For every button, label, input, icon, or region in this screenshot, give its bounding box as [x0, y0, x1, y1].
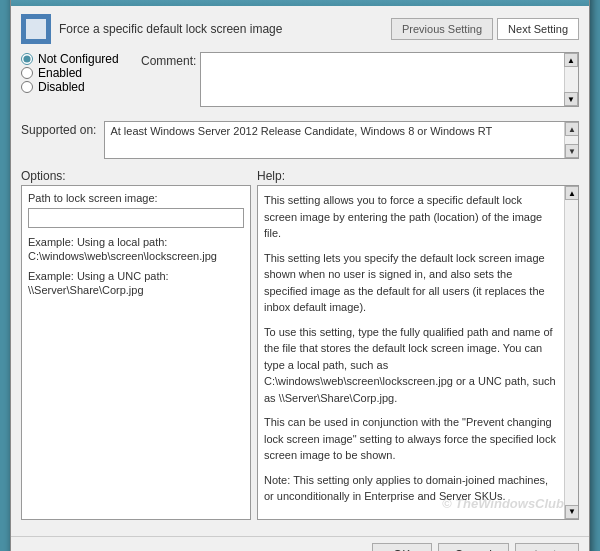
comment-scroll-down[interactable]: ▼	[564, 92, 578, 106]
sup-scroll-up[interactable]: ▲	[565, 122, 579, 136]
watermark: © TheWindowsClub	[442, 496, 564, 511]
disabled-radio[interactable]	[21, 81, 33, 93]
cancel-button[interactable]: Cancel	[438, 543, 509, 551]
not-configured-radio[interactable]	[21, 53, 33, 65]
dialog-footer: OK Cancel Apply	[11, 536, 589, 551]
supported-value: At least Windows Server 2012 Release Can…	[110, 125, 492, 137]
enabled-label: Enabled	[38, 66, 82, 80]
apply-button[interactable]: Apply	[515, 543, 579, 551]
path-label: Path to lock screen image:	[28, 192, 244, 204]
enabled-radio[interactable]	[21, 67, 33, 79]
help-scrollbar: ▲ ▼	[564, 186, 578, 519]
example2-value: \\Server\Share\Corp.jpg	[28, 284, 244, 296]
help-paragraph1: This setting allows you to force a speci…	[264, 192, 558, 242]
next-setting-button[interactable]: Next Setting	[497, 18, 579, 40]
help-panel: This setting allows you to force a speci…	[257, 185, 579, 520]
header-row: Force a specific default lock screen ima…	[21, 14, 579, 44]
radio-group: Not Configured Enabled Disabled	[21, 52, 131, 115]
comment-label: Comment:	[141, 52, 196, 107]
help-header-area: Help:	[257, 169, 579, 183]
supported-value-box: At least Windows Server 2012 Release Can…	[104, 121, 579, 159]
comment-box[interactable]: ▲ ▼	[200, 52, 579, 107]
help-scroll-down[interactable]: ▼	[565, 505, 579, 519]
main-sections: Path to lock screen image: Example: Usin…	[21, 185, 579, 520]
radio-enabled[interactable]: Enabled	[21, 66, 131, 80]
path-input[interactable]	[28, 208, 244, 228]
comment-scrollbar-track	[564, 67, 578, 92]
radio-not-configured[interactable]: Not Configured	[21, 52, 131, 66]
icon-inner	[26, 19, 46, 39]
ok-button[interactable]: OK	[372, 543, 432, 551]
supported-section: Supported on: At least Windows Server 20…	[21, 121, 579, 159]
dialog-window: Force a specific default lock screen ima…	[10, 0, 590, 551]
sup-scroll-down[interactable]: ▼	[565, 144, 579, 158]
not-configured-label: Not Configured	[38, 52, 119, 66]
example1-label: Example: Using a local path:	[28, 236, 244, 248]
help-paragraph2: This setting lets you specify the defaul…	[264, 250, 558, 316]
example2-label: Example: Using a UNC path:	[28, 270, 244, 282]
supported-label: Supported on:	[21, 121, 96, 137]
comment-section: Comment: ▲ ▼	[141, 52, 579, 107]
dialog-content: Force a specific default lock screen ima…	[11, 6, 589, 536]
comment-scroll-up[interactable]: ▲	[564, 53, 578, 67]
disabled-label: Disabled	[38, 80, 85, 94]
sections-headers: Options: Help:	[21, 169, 579, 183]
options-title: Options:	[21, 169, 66, 183]
previous-setting-button[interactable]: Previous Setting	[391, 18, 493, 40]
help-scroll-up[interactable]: ▲	[565, 186, 579, 200]
options-panel: Path to lock screen image: Example: Usin…	[21, 185, 251, 520]
example1-value: C:\windows\web\screen\lockscreen.jpg	[28, 250, 244, 262]
help-paragraph3: To use this setting, type the fully qual…	[264, 324, 558, 407]
nav-buttons: Previous Setting Next Setting	[391, 18, 579, 40]
header-subtitle: Force a specific default lock screen ima…	[59, 22, 383, 36]
policy-icon	[21, 14, 51, 44]
radio-disabled[interactable]: Disabled	[21, 80, 131, 94]
help-title: Help:	[257, 169, 285, 183]
supported-scrollbar: ▲ ▼	[564, 122, 578, 158]
options-header-area: Options:	[21, 169, 251, 183]
help-paragraph4: This can be used in conjunction with the…	[264, 414, 558, 464]
